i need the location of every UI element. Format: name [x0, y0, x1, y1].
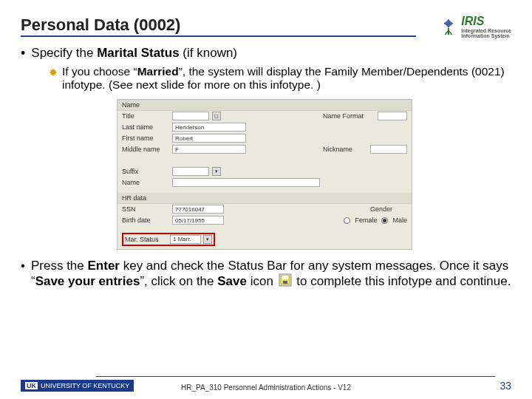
star-icon: ✸ [49, 66, 58, 92]
section-name: Name [117, 100, 412, 111]
bullet-married-note: ✸ If you choose “Married”, the system wi… [49, 65, 511, 92]
input-ssn[interactable]: 777016047 [172, 205, 224, 214]
section-hrdata: HR data [117, 193, 412, 204]
marital-status-highlight: Mar. Status 1 Marr. ▾ [122, 233, 215, 246]
page-title: Personal Data (0002) [21, 16, 416, 38]
input-marital[interactable]: 1 Marr. [170, 235, 201, 244]
bullet-dot-icon: • [21, 259, 25, 290]
input-suffix[interactable] [172, 167, 209, 176]
input-name2[interactable] [172, 178, 320, 187]
label-ssn: SSN [122, 205, 169, 213]
sap-form-screenshot: Name Title ◻ Name Format Last name Hende… [117, 99, 412, 250]
radio-male[interactable] [381, 217, 388, 224]
label-marital: Mar. Status [125, 236, 168, 243]
label-middle: Middle name [122, 146, 169, 153]
input-birth[interactable]: 05/17/1955 [172, 216, 224, 225]
uk-logo: UK UNIVERSITY OF KENTUCKY [21, 380, 134, 392]
input-first[interactable]: Robert [172, 134, 246, 143]
label-nickname: Nickname [323, 146, 367, 153]
svg-rect-2 [282, 276, 288, 279]
input-last[interactable]: Henderson [172, 123, 246, 132]
marital-dropdown-icon[interactable]: ▾ [203, 235, 212, 244]
label-last: Last name [122, 123, 169, 131]
bullet-enter-save: • Press the Enter key and check the Stat… [21, 259, 511, 290]
label-suffix: Suffix [122, 168, 169, 175]
title-dropdown-icon[interactable]: ◻ [212, 112, 221, 120]
bullet-marital: • Specify the Marital Status (if known) [21, 46, 511, 62]
input-title[interactable] [172, 112, 209, 120]
bullet-dot-icon: • [21, 46, 25, 62]
label-gender: Gender [370, 205, 407, 213]
suffix-dropdown-icon[interactable]: ▾ [212, 167, 221, 176]
label-name2: Name [122, 179, 169, 186]
svg-rect-3 [283, 281, 287, 284]
footer-doc-id: HR_PA_310 Personnel Administration Actio… [181, 383, 351, 392]
label-title: Title [122, 112, 169, 120]
radio-female[interactable] [344, 217, 350, 224]
input-nickname[interactable] [370, 145, 407, 154]
iris-logo: IRIS Integrated Resource Information Sys… [439, 15, 511, 38]
flower-icon [439, 17, 458, 36]
input-middle[interactable]: F [172, 145, 246, 154]
footer-divider [96, 376, 495, 377]
label-birth: Birth date [122, 216, 169, 224]
page-number: 33 [499, 380, 511, 392]
label-nameformat: Name Format [323, 112, 375, 120]
save-icon [279, 273, 292, 290]
input-nameformat[interactable] [378, 112, 407, 120]
label-first: First name [122, 134, 169, 142]
